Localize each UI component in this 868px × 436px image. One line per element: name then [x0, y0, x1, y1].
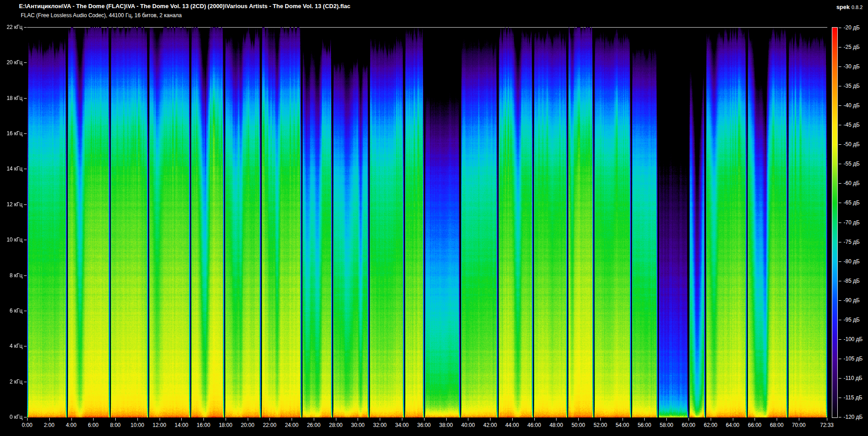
db-tick-label: -20 дБ — [844, 24, 860, 31]
db-tick-label: -115 дБ — [844, 394, 862, 401]
time-tick — [314, 418, 314, 421]
file-path: E:\Антициклон\VA - The Dome (FLAC)\VA - … — [19, 3, 350, 9]
time-tick — [623, 418, 623, 421]
time-tick — [755, 418, 755, 421]
time-tick — [203, 418, 204, 421]
db-tick — [839, 223, 841, 223]
freq-tick-label: 0 кГц — [0, 414, 23, 420]
freq-tick — [24, 133, 27, 134]
freq-tick — [24, 169, 27, 169]
db-tick-label: -60 дБ — [844, 180, 860, 186]
db-tick-label: -95 дБ — [844, 317, 860, 323]
time-tick — [49, 418, 50, 421]
db-tick — [839, 125, 841, 125]
freq-tick — [24, 417, 27, 417]
freq-tick-label: 16 кГц — [0, 130, 23, 137]
freq-tick-label: 6 кГц — [0, 308, 23, 314]
time-tick — [292, 418, 292, 421]
time-tick — [827, 418, 827, 421]
spectrogram-canvas — [27, 27, 827, 417]
time-tick — [226, 418, 226, 421]
app-brand: spek0.8.2 — [836, 3, 863, 11]
time-tick — [556, 418, 557, 421]
db-tick — [839, 300, 841, 301]
db-tick-label: -105 дБ — [844, 355, 863, 362]
db-tick — [839, 105, 841, 106]
time-tick — [512, 418, 513, 421]
db-tick — [839, 47, 841, 47]
time-tick — [358, 418, 358, 421]
time-tick — [402, 418, 402, 421]
time-tick — [424, 418, 425, 421]
db-tick-label: -120 дБ — [844, 414, 863, 420]
format-info: FLAC (Free Lossless Audio Codec), 44100 … — [21, 12, 182, 19]
db-tick — [839, 339, 841, 340]
freq-tick — [24, 382, 27, 382]
freq-tick-label: 8 кГц — [0, 272, 23, 279]
db-tick — [839, 183, 841, 184]
db-tick-label: -30 дБ — [844, 63, 860, 70]
time-tick — [644, 418, 645, 421]
db-tick — [839, 398, 841, 398]
time-tick — [137, 418, 138, 421]
db-tick-label: -100 дБ — [844, 336, 863, 342]
time-tick — [336, 418, 336, 421]
freq-tick-label: 20 кГц — [0, 59, 23, 66]
db-tick-label: -50 дБ — [844, 141, 860, 147]
freq-tick-label: 10 кГц — [0, 237, 23, 243]
db-tick — [839, 86, 841, 86]
db-tick — [839, 281, 841, 281]
db-tick — [839, 417, 841, 417]
db-tick-label: -90 дБ — [844, 297, 860, 303]
time-tick — [799, 418, 799, 421]
time-tick — [115, 418, 116, 421]
time-tick — [689, 418, 689, 421]
db-tick-label: -75 дБ — [844, 239, 860, 245]
time-tick — [181, 418, 182, 421]
db-tick — [839, 320, 841, 320]
freq-tick-label: 22 кГц — [0, 24, 23, 30]
freq-tick — [24, 275, 27, 276]
freq-tick — [24, 204, 27, 205]
freq-tick-label: 14 кГц — [0, 166, 23, 172]
time-tick — [160, 418, 160, 421]
freq-tick-label: 18 кГц — [0, 95, 23, 101]
db-tick — [839, 242, 841, 242]
freq-tick-label: 12 кГц — [0, 201, 23, 208]
freq-tick — [24, 62, 27, 63]
time-tick — [71, 418, 72, 421]
db-tick — [839, 378, 841, 379]
time-tick — [490, 418, 491, 421]
db-tick-label: -35 дБ — [844, 83, 860, 89]
time-tick-label: 70:00 — [785, 422, 812, 428]
db-tick-label: -110 дБ — [844, 375, 862, 381]
time-tick-label: 72:33 — [813, 422, 840, 428]
time-tick — [666, 418, 667, 421]
time-tick — [468, 418, 468, 421]
freq-tick — [24, 311, 27, 311]
spek-window: E:\Антициклон\VA - The Dome (FLAC)\VA - … — [0, 0, 868, 436]
db-colorbar — [832, 27, 838, 418]
app-version: 0.8.2 — [852, 5, 863, 10]
db-tick-label: -70 дБ — [844, 219, 860, 226]
db-tick — [839, 261, 841, 262]
time-tick — [248, 418, 248, 421]
db-tick — [839, 359, 841, 359]
time-tick — [777, 418, 777, 421]
freq-tick — [24, 346, 27, 346]
db-tick-label: -55 дБ — [844, 161, 860, 167]
db-tick — [839, 203, 841, 203]
db-tick — [839, 164, 841, 164]
db-tick-label: -40 дБ — [844, 102, 860, 109]
time-tick — [93, 418, 94, 421]
time-tick — [269, 418, 270, 421]
db-tick — [839, 66, 841, 67]
db-tick-label: -65 дБ — [844, 199, 860, 206]
db-tick — [839, 28, 841, 28]
db-tick-label: -80 дБ — [844, 258, 860, 265]
db-tick-label: -45 дБ — [844, 122, 860, 128]
time-tick — [711, 418, 711, 421]
time-tick — [578, 418, 579, 421]
freq-tick — [24, 98, 27, 99]
freq-tick-label: 4 кГц — [0, 343, 23, 349]
